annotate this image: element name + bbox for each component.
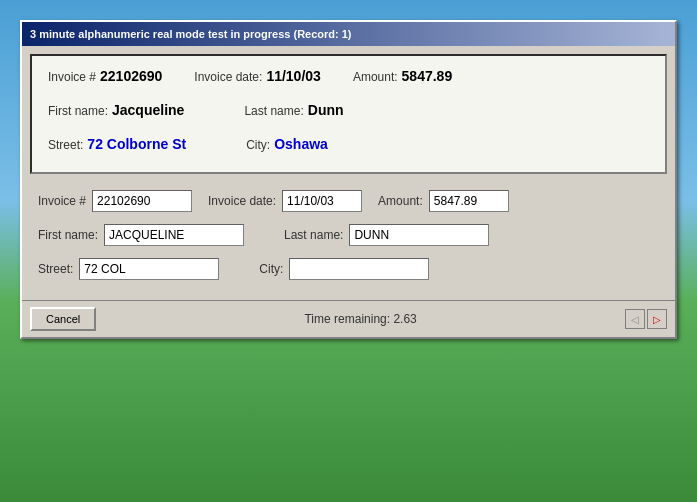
display-invoice-date-label: Invoice date: (194, 70, 262, 84)
input-first-name-label: First name: (38, 228, 98, 242)
bottom-bar: Cancel Time remaining: 2.63 ◁ ▷ (22, 300, 675, 337)
display-last-name-label: Last name: (244, 104, 303, 118)
input-amount-label: Amount: (378, 194, 423, 208)
cancel-button[interactable]: Cancel (30, 307, 96, 331)
input-row-1: Invoice # Invoice date: Amount: (38, 190, 659, 212)
display-amount-value: 5847.89 (402, 68, 453, 84)
display-street-value: 72 Colborne St (87, 136, 186, 152)
main-dialog: 3 minute alphanumeric real mode test in … (20, 20, 677, 339)
display-row-1: Invoice # 22102690 Invoice date: 11/10/0… (48, 68, 649, 84)
display-city: City: Oshawa (246, 136, 328, 152)
prev-button[interactable]: ◁ (625, 309, 645, 329)
display-first-name-value: Jacqueline (112, 102, 184, 118)
display-last-name: Last name: Dunn (244, 102, 343, 118)
display-area: Invoice # 22102690 Invoice date: 11/10/0… (30, 54, 667, 174)
display-invoice-label: Invoice # (48, 70, 96, 84)
display-street-label: Street: (48, 138, 83, 152)
input-row-2: First name: Last name: (38, 224, 659, 246)
input-last-name-label: Last name: (284, 228, 343, 242)
display-row-2: First name: Jacqueline Last name: Dunn (48, 102, 649, 118)
next-button[interactable]: ▷ (647, 309, 667, 329)
input-invoice-label: Invoice # (38, 194, 86, 208)
display-invoice-date: Invoice date: 11/10/03 (194, 68, 321, 84)
title-bar: 3 minute alphanumeric real mode test in … (22, 22, 675, 46)
display-first-name: First name: Jacqueline (48, 102, 184, 118)
last-name-input[interactable] (349, 224, 489, 246)
amount-input[interactable] (429, 190, 509, 212)
city-input[interactable] (289, 258, 429, 280)
display-amount-label: Amount: (353, 70, 398, 84)
first-name-input[interactable] (104, 224, 244, 246)
input-city-label: City: (259, 262, 283, 276)
display-first-name-label: First name: (48, 104, 108, 118)
display-invoice-num: Invoice # 22102690 (48, 68, 162, 84)
display-row-3: Street: 72 Colborne St City: Oshawa (48, 136, 649, 152)
invoice-num-input[interactable] (92, 190, 192, 212)
input-invoice-date-label: Invoice date: (208, 194, 276, 208)
input-area: Invoice # Invoice date: Amount: First na… (22, 182, 675, 300)
display-invoice-value: 22102690 (100, 68, 162, 84)
display-city-label: City: (246, 138, 270, 152)
invoice-date-input[interactable] (282, 190, 362, 212)
street-input[interactable] (79, 258, 219, 280)
title-text: 3 minute alphanumeric real mode test in … (30, 28, 352, 40)
display-invoice-date-value: 11/10/03 (266, 68, 321, 84)
display-last-name-value: Dunn (308, 102, 344, 118)
input-row-3: Street: City: (38, 258, 659, 280)
display-amount: Amount: 5847.89 (353, 68, 452, 84)
nav-buttons: ◁ ▷ (625, 309, 667, 329)
display-city-value: Oshawa (274, 136, 328, 152)
input-street-label: Street: (38, 262, 73, 276)
time-remaining-text: Time remaining: 2.63 (96, 312, 625, 326)
display-street: Street: 72 Colborne St (48, 136, 186, 152)
